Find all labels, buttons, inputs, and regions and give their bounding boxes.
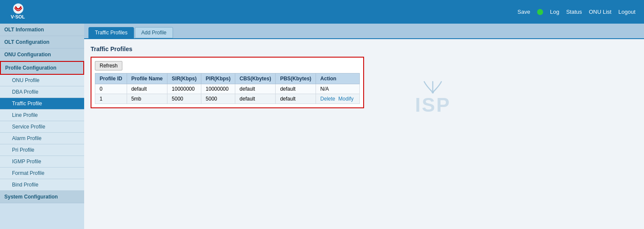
col-header-pir: PIR(Kbps) [201,73,235,84]
main-content: Traffic Profiles Add Profile Traffic Pro… [84,24,644,229]
sidebar-item-line-profile[interactable]: Line Profile [0,110,84,121]
sidebar-olt-configuration[interactable]: OLT Configuration [0,36,84,49]
cell-pbs-0: default [276,84,316,94]
status-link[interactable]: Status [566,9,582,15]
cell-pir-0: 10000000 [201,84,235,94]
log-link[interactable]: Log [550,9,559,15]
refresh-button[interactable]: Refresh [95,61,122,70]
col-header-action: Action [316,73,360,84]
cell-pbs-1: default [276,94,316,104]
logo-area: V·SOL [9,2,28,21]
cell-action-0: N/A [316,84,360,94]
content-title: Traffic Profiles [91,46,638,52]
col-header-pbs: PBS(Kbytes) [276,73,316,84]
col-header-sir: SIR(Kbps) [167,73,201,84]
col-header-cbs: CBS(Kbytes) [235,73,276,84]
cell-name-1: 5mb [127,94,167,104]
sidebar-onu-configuration[interactable]: ONU Configuration [0,49,84,61]
traffic-profiles-table: Profile ID Profile Name SIR(Kbps) PIR(Kb… [95,73,360,104]
delete-link[interactable]: Delete [320,96,335,102]
table-container: Refresh Profile ID Profile Name SIR(Kbps… [91,57,364,108]
top-header: V·SOL Save Log Status ONU List Logout [0,0,644,24]
col-header-profile-id: Profile ID [95,73,127,84]
isp-watermark: ISP [415,79,451,115]
sidebar-item-format-profile[interactable]: Format Profile [0,168,84,179]
sidebar-item-igmp-profile[interactable]: IGMP Profile [0,156,84,168]
tab-add-profile[interactable]: Add Profile [135,27,173,38]
cell-id-0: 0 [95,84,127,94]
content-area: Traffic Profiles Refresh Profile ID Prof… [84,39,644,115]
save-button[interactable]: Save [517,9,530,15]
table-row: 0 default 10000000 10000000 default defa… [95,84,360,94]
sidebar-item-bind-profile[interactable]: Bind Profile [0,179,84,191]
sidebar-item-pri-profile[interactable]: Pri Profile [0,144,84,156]
cell-cbs-0: default [235,84,276,94]
svg-point-2 [432,92,434,94]
col-header-profile-name: Profile Name [127,73,167,84]
tab-bar: Traffic Profiles Add Profile [84,24,644,39]
cell-action-1: Delete Modify [316,94,360,104]
sidebar-item-onu-profile[interactable]: ONU Profile [0,75,84,86]
svg-text:V·SOL: V·SOL [11,14,25,19]
logout-button[interactable]: Logout [618,9,635,15]
tab-traffic-profiles[interactable]: Traffic Profiles [88,27,134,38]
onu-list-link[interactable]: ONU List [589,9,612,15]
vsol-logo: V·SOL [9,2,28,21]
sidebar-item-service-profile[interactable]: Service Profile [0,121,84,133]
header-right: Save Log Status ONU List Logout [517,9,635,15]
sidebar-item-alarm-profile[interactable]: Alarm Profile [0,133,84,144]
cell-sir-0: 10000000 [167,84,201,94]
status-indicator [537,9,543,15]
cell-pir-1: 5000 [201,94,235,104]
cell-cbs-1: default [235,94,276,104]
layout: OLT Information OLT Configuration ONU Co… [0,24,644,229]
table-row: 1 5mb 5000 5000 default default Delete M… [95,94,360,104]
sidebar-profile-configuration[interactable]: Profile Configuration [0,61,84,75]
isp-text: ISP [415,95,451,115]
cell-sir-1: 5000 [167,94,201,104]
sidebar-item-traffic-profile[interactable]: Traffic Profile [0,98,84,110]
cell-name-0: default [127,84,167,94]
cell-id-1: 1 [95,94,127,104]
sidebar-system-configuration[interactable]: System Configuration [0,191,84,203]
sidebar-item-dba-profile[interactable]: DBA Profile [0,86,84,98]
sidebar: OLT Information OLT Configuration ONU Co… [0,24,84,229]
modify-link[interactable]: Modify [338,96,353,102]
sidebar-olt-information[interactable]: OLT Information [0,24,84,36]
